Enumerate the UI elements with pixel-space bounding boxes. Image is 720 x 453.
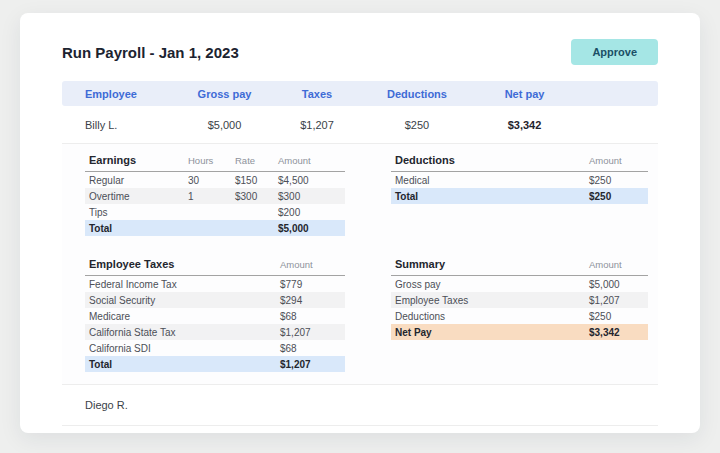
taxes-value: $1,207 <box>277 119 357 131</box>
earnings-col-hours: Hours <box>188 155 235 166</box>
total-amount: $3,342 <box>589 327 648 338</box>
row-amount: $300 <box>278 191 345 202</box>
summary-row-gross-pay: Gross pay $5,000 <box>391 276 648 292</box>
row-label: Employee Taxes <box>391 295 589 306</box>
payroll-table-header: Employee Gross pay Taxes Deductions Net … <box>62 81 658 106</box>
employee-taxes-total-row: Total $1,207 <box>85 356 345 372</box>
tax-row-ca-state-tax: California State Tax $1,207 <box>85 324 345 340</box>
row-hours: 30 <box>188 175 235 186</box>
earnings-row-overtime: Overtime 1 $300 $300 <box>85 188 345 204</box>
row-label: Social Security <box>85 295 280 306</box>
row-amount: $779 <box>280 279 345 290</box>
row-hours: 1 <box>188 191 235 202</box>
row-amount: $68 <box>280 343 345 354</box>
row-amount: $68 <box>280 311 345 322</box>
column-header-employee: Employee <box>62 88 172 100</box>
summary-net-pay-row: Net Pay $3,342 <box>391 324 648 340</box>
deductions-title: Deductions <box>391 154 589 166</box>
row-amount: $294 <box>280 295 345 306</box>
row-label: Overtime <box>85 191 188 202</box>
total-amount: $1,207 <box>280 359 345 370</box>
approve-button[interactable]: Approve <box>571 39 658 65</box>
row-amount: $5,000 <box>589 279 648 290</box>
deductions-row-medical: Medical $250 <box>391 172 648 188</box>
row-label: Deductions <box>391 311 589 322</box>
earnings-col-amount: Amount <box>278 155 345 166</box>
tax-row-federal: Federal Income Tax $779 <box>85 276 345 292</box>
employee-name: Diego R. <box>62 399 172 411</box>
row-rate: $300 <box>235 191 278 202</box>
earnings-title: Earnings <box>85 154 188 166</box>
tax-row-social-security: Social Security $294 <box>85 292 345 308</box>
column-header-gross-pay: Gross pay <box>172 88 277 100</box>
row-label: Medical <box>391 175 589 186</box>
total-amount: $250 <box>589 191 648 202</box>
billy-detail-panel: Earnings Hours Rate Amount Regular 30 $1… <box>62 144 658 385</box>
tax-row-medicare: Medicare $68 <box>85 308 345 324</box>
row-rate: $150 <box>235 175 278 186</box>
deductions-total-row: Total $250 <box>391 188 648 204</box>
summary-title: Summary <box>391 258 589 270</box>
deductions-value: $250 <box>357 119 477 131</box>
page-title: Run Payroll - Jan 1, 2023 <box>62 44 239 61</box>
total-label: Total <box>85 359 280 370</box>
summary-row-employee-taxes: Employee Taxes $1,207 <box>391 292 648 308</box>
row-amount: $250 <box>589 175 648 186</box>
total-label: Total <box>391 191 589 202</box>
row-label: Federal Income Tax <box>85 279 280 290</box>
net-pay-value: $3,342 <box>477 119 572 131</box>
total-label: Net Pay <box>391 327 589 338</box>
column-header-taxes: Taxes <box>277 88 357 100</box>
row-amount: $4,500 <box>278 175 345 186</box>
row-amount: $200 <box>278 207 345 218</box>
summary-table: Summary Amount Gross pay $5,000 Employee… <box>391 258 648 372</box>
summary-header: Summary Amount <box>391 258 648 276</box>
deductions-table: Deductions Amount Medical $250 Total $25… <box>391 154 648 236</box>
earnings-header: Earnings Hours Rate Amount <box>85 154 345 172</box>
total-amount: $5,000 <box>278 223 345 234</box>
table-row-diego[interactable]: Diego R. <box>62 385 658 426</box>
row-label: Gross pay <box>391 279 589 290</box>
row-label: California SDI <box>85 343 280 354</box>
row-label: Regular <box>85 175 188 186</box>
payroll-card: Run Payroll - Jan 1, 2023 Approve Employ… <box>20 13 700 433</box>
deductions-header: Deductions Amount <box>391 154 648 172</box>
earnings-total-row: Total $5,000 <box>85 220 345 236</box>
row-amount: $1,207 <box>589 295 648 306</box>
row-label: California State Tax <box>85 327 280 338</box>
employee-name: Billy L. <box>62 119 172 131</box>
earnings-row-regular: Regular 30 $150 $4,500 <box>85 172 345 188</box>
total-label: Total <box>85 223 188 234</box>
employee-taxes-col-amount: Amount <box>280 259 345 270</box>
employee-taxes-header: Employee Taxes Amount <box>85 258 345 276</box>
row-label: Medicare <box>85 311 280 322</box>
table-row-billy[interactable]: Billy L. $5,000 $1,207 $250 $3,342 <box>62 106 658 144</box>
row-amount: $1,207 <box>280 327 345 338</box>
employee-taxes-title: Employee Taxes <box>85 258 280 270</box>
gross-pay-value: $5,000 <box>172 119 277 131</box>
row-amount: $250 <box>589 311 648 322</box>
column-header-net-pay: Net pay <box>477 88 572 100</box>
summary-col-amount: Amount <box>589 259 648 270</box>
earnings-table: Earnings Hours Rate Amount Regular 30 $1… <box>85 154 345 236</box>
summary-row-deductions: Deductions $250 <box>391 308 648 324</box>
card-header: Run Payroll - Jan 1, 2023 Approve <box>62 13 658 65</box>
column-header-deductions: Deductions <box>357 88 477 100</box>
employee-taxes-table: Employee Taxes Amount Federal Income Tax… <box>85 258 345 372</box>
earnings-row-tips: Tips $200 <box>85 204 345 220</box>
deductions-col-amount: Amount <box>589 155 648 166</box>
tax-row-ca-sdi: California SDI $68 <box>85 340 345 356</box>
earnings-col-rate: Rate <box>235 155 278 166</box>
row-label: Tips <box>85 207 188 218</box>
